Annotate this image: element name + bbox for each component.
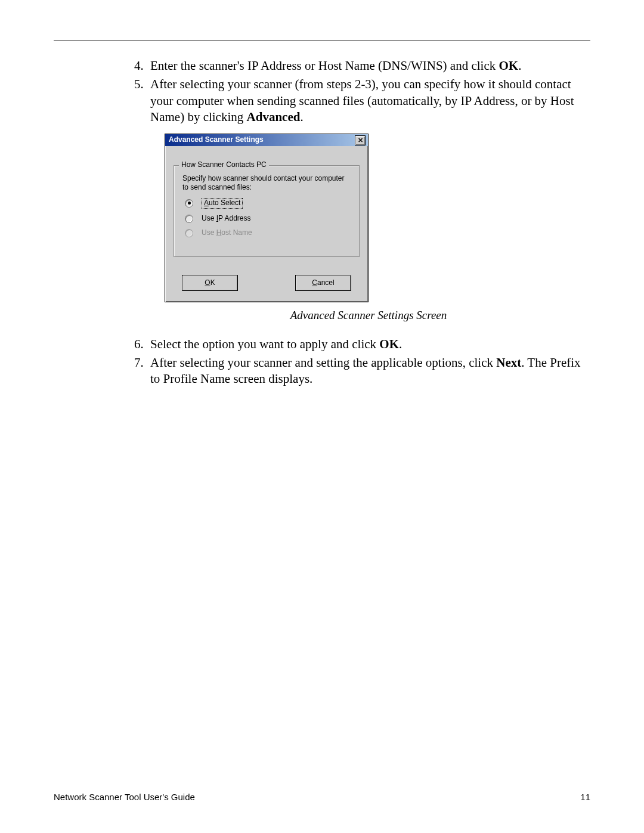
ordered-steps-continued: Select the option you want to apply and …	[125, 336, 590, 388]
step-bold: Advanced	[247, 110, 301, 124]
option-label: Use Host Name	[202, 228, 252, 238]
button-label: Cancel	[312, 278, 334, 288]
step-text: Enter the scanner's IP Address or Host N…	[150, 58, 499, 73]
option-auto-select[interactable]: Auto Select	[185, 198, 351, 209]
advanced-scanner-settings-dialog: Advanced Scanner Settings ✕ How Scanner …	[165, 134, 369, 302]
page-number: 11	[580, 792, 590, 802]
footer-title: Network Scanner Tool User's Guide	[54, 792, 195, 802]
cancel-button[interactable]: Cancel	[295, 275, 351, 291]
figure-caption: Advanced Scanner Settings Screen	[147, 308, 590, 323]
dialog-figure: Advanced Scanner Settings ✕ How Scanner …	[165, 134, 590, 323]
close-button[interactable]: ✕	[355, 135, 366, 145]
step-7: After selecting your scanner and setting…	[147, 355, 590, 388]
ok-button[interactable]: OK	[182, 275, 238, 291]
step-text-tail: .	[399, 337, 402, 351]
button-label: OK	[205, 278, 215, 288]
step-bold: Next	[496, 355, 521, 370]
step-5: After selecting your scanner (from steps…	[147, 76, 590, 125]
header-rule	[54, 41, 590, 41]
step-bold: OK	[379, 337, 399, 351]
step-text: After selecting your scanner (from steps…	[150, 77, 574, 124]
step-bold: OK	[499, 58, 518, 73]
radio-disabled-icon	[185, 229, 193, 237]
how-scanner-contacts-pc-group: How Scanner Contacts PC Specify how scan…	[174, 165, 360, 257]
option-label: Use IP Address	[202, 214, 251, 224]
group-description: Specify how scanner should contact your …	[182, 174, 351, 192]
dialog-body: How Scanner Contacts PC Specify how scan…	[165, 146, 368, 302]
option-use-host-name: Use Host Name	[185, 228, 351, 238]
dialog-titlebar: Advanced Scanner Settings ✕	[165, 134, 368, 146]
step-text-tail: .	[300, 110, 303, 124]
page-footer: Network Scanner Tool User's Guide 11	[54, 792, 590, 802]
dialog-button-row: OK Cancel	[174, 275, 360, 291]
document-page: Enter the scanner's IP Address or Host N…	[0, 0, 644, 833]
step-6: Select the option you want to apply and …	[147, 336, 590, 352]
option-label: Auto Select	[202, 198, 243, 209]
radio-icon	[185, 215, 193, 223]
group-legend: How Scanner Contacts PC	[179, 160, 269, 170]
ordered-steps: Enter the scanner's IP Address or Host N…	[125, 58, 590, 125]
option-use-ip-address[interactable]: Use IP Address	[185, 214, 351, 224]
step-text: After selecting your scanner and setting…	[150, 355, 496, 370]
step-text: Select the option you want to apply and …	[150, 337, 379, 351]
dialog-title: Advanced Scanner Settings	[169, 135, 264, 145]
body-content: Enter the scanner's IP Address or Host N…	[125, 58, 590, 388]
step-text-tail: .	[518, 58, 521, 73]
close-icon: ✕	[358, 137, 363, 144]
step-4: Enter the scanner's IP Address or Host N…	[147, 58, 590, 74]
radio-selected-icon	[185, 199, 193, 208]
